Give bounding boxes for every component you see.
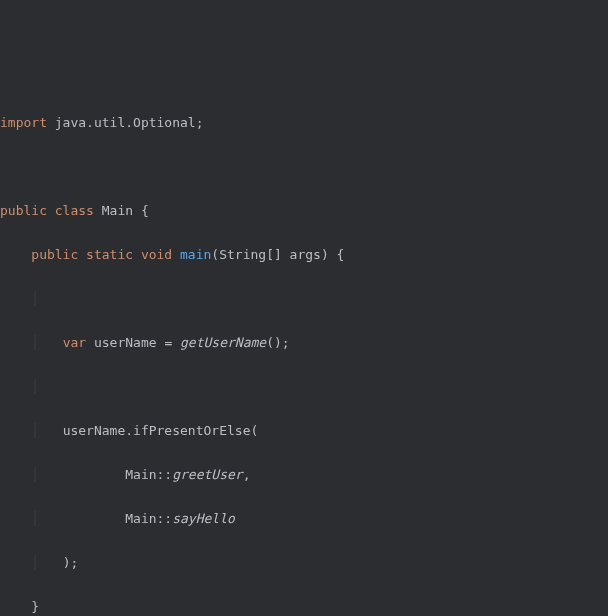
indent-guide: │ [31,555,39,570]
code-line: │ ); [0,552,608,574]
keyword: var [63,335,86,350]
class-name: Main [102,203,133,218]
indent-guide: │ [31,467,39,482]
keyword: import [0,115,47,130]
code-line: import java.util.Optional; [0,112,608,134]
method-name: main [180,247,211,262]
code-line: public class Main { [0,200,608,222]
code-line: │ Main::greetUser, [0,464,608,486]
code-line: } [0,596,608,616]
keyword: public static void [31,247,180,262]
code-line: │ [0,376,608,398]
code-line: │ Main::sayHello [0,508,608,530]
code-editor[interactable]: import java.util.Optional; public class … [0,88,608,616]
method-ref: greetUser [172,467,242,482]
indent-guide: │ [31,291,39,306]
indent-guide: │ [31,379,39,394]
indent-guide: │ [31,511,39,526]
code-line: │ [0,288,608,310]
code-line: │ var userName = getUserName(); [0,332,608,354]
indent-guide: │ [31,423,39,438]
method-ref: sayHello [172,511,235,526]
indent-guide: │ [31,335,39,350]
import-path: java.util.Optional; [47,115,204,130]
code-line: public static void main(String[] args) { [0,244,608,266]
method-call: getUserName [180,335,266,350]
code-line: │ userName.ifPresentOrElse( [0,420,608,442]
keyword: public class [0,203,102,218]
code-line [0,156,608,178]
